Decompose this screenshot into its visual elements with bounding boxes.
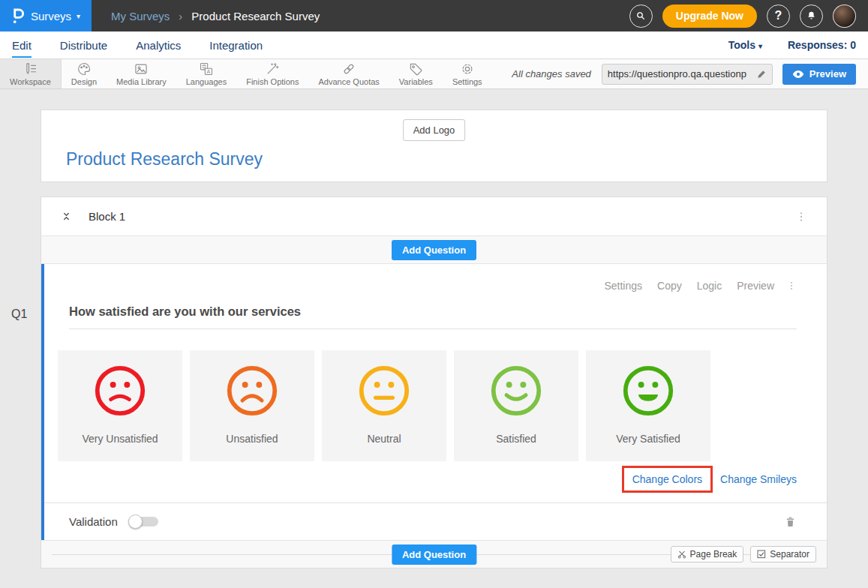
survey-url-box: [602, 64, 773, 85]
scissors-icon: [677, 550, 686, 559]
toolbar-item-variables[interactable]: Variables: [389, 59, 443, 88]
toolbar-item-settings[interactable]: Settings: [443, 59, 492, 88]
preview-button[interactable]: Preview: [782, 64, 856, 85]
bell-icon: [806, 10, 817, 22]
validation-toggle[interactable]: [128, 514, 158, 529]
section-tabs: Edit Distribute Analytics Integration To…: [0, 32, 868, 59]
question-menu-button[interactable]: [786, 280, 797, 292]
toolbar-item-label: Settings: [452, 77, 482, 86]
toolbar-item-label: Workspace: [10, 77, 51, 86]
magic-wand-icon: [265, 62, 280, 76]
option-label: Satisfied: [496, 433, 536, 445]
neutral-smiley-icon: [357, 364, 411, 421]
question-copy-link[interactable]: Copy: [657, 280, 682, 292]
chevron-down-icon: ▾: [758, 42, 762, 50]
avatar[interactable]: [833, 4, 856, 28]
breadcrumb-chevron-icon: ›: [179, 10, 182, 22]
svg-text:A: A: [206, 69, 210, 75]
change-links-row: Change Colors Change Smileys: [44, 466, 797, 493]
question-logic-link[interactable]: Logic: [697, 280, 722, 292]
toolbar-item-label: Media Library: [116, 77, 167, 86]
toolbar-item-media-library[interactable]: Media Library: [107, 59, 176, 88]
help-button[interactable]: ?: [767, 4, 790, 28]
workspace-icon: [23, 62, 38, 76]
annotation-highlight-box: Change Colors: [622, 466, 713, 493]
gear-icon: [460, 62, 475, 76]
questionpro-logo-icon: [11, 8, 24, 24]
add-question-strip: Add Question: [41, 236, 827, 264]
question-text[interactable]: How satisfied are you with our services: [69, 304, 797, 329]
question-card: Q1 Settings Copy Logic Preview How satis…: [41, 264, 827, 540]
block-footer: Add Question Page Break Separator: [41, 540, 827, 568]
block-title[interactable]: Block 1: [89, 210, 125, 223]
translate-icon: A: [199, 62, 214, 76]
very-satisfied-smiley-icon: [621, 364, 675, 421]
block-menu-button[interactable]: [795, 210, 807, 224]
toolbar-item-workspace[interactable]: Workspace: [0, 59, 62, 88]
question-settings-link[interactable]: Settings: [604, 280, 642, 292]
option-label: Neutral: [367, 433, 401, 445]
smiley-option-unsatisfied[interactable]: Unsatisfied: [190, 350, 314, 461]
smiley-option-neutral[interactable]: Neutral: [322, 350, 446, 461]
block-header: Block 1: [41, 197, 827, 236]
page-break-label: Page Break: [690, 549, 737, 560]
question-mark-icon: ?: [775, 9, 782, 22]
survey-title[interactable]: Product Research Survey: [66, 149, 263, 170]
validation-label: Validation: [69, 515, 118, 528]
toolbar-item-advance-quotas[interactable]: Advance Quotas: [308, 59, 389, 88]
breadcrumb: My Surveys › Product Research Survey: [111, 10, 320, 22]
tab-edit[interactable]: Edit: [12, 32, 32, 58]
block-collapse-button[interactable]: [61, 211, 72, 222]
product-menu-label: Surveys: [31, 10, 71, 22]
kebab-menu-icon: [786, 280, 797, 292]
separator-label: Separator: [770, 549, 809, 560]
notifications-button[interactable]: [800, 4, 823, 28]
very-unsatisfied-smiley-icon: [93, 364, 147, 421]
option-label: Very Satisfied: [616, 433, 680, 445]
change-colors-link[interactable]: Change Colors: [632, 473, 702, 485]
tab-analytics[interactable]: Analytics: [136, 32, 181, 58]
smiley-options: Very Unsatisfied Unsatisfied Neutral Sat…: [58, 350, 827, 461]
responses-count: Responses: 0: [788, 39, 856, 51]
survey-url-input[interactable]: [608, 68, 756, 80]
tab-integration[interactable]: Integration: [209, 32, 263, 58]
change-smileys-link[interactable]: Change Smileys: [720, 473, 797, 485]
search-button[interactable]: [629, 4, 653, 28]
add-question-button-top[interactable]: Add Question: [392, 240, 476, 260]
page-break-button[interactable]: Page Break: [671, 546, 744, 562]
question-actions: Settings Copy Logic Preview: [44, 264, 827, 292]
edit-url-pencil-icon[interactable]: [756, 69, 767, 80]
product-switcher[interactable]: Surveys ▾: [0, 0, 92, 32]
eye-icon: [792, 70, 804, 79]
toolbar-item-languages[interactable]: A Languages: [176, 59, 236, 88]
toolbar-item-label: Design: [71, 77, 97, 86]
toolbar-item-label: Advance Quotas: [318, 77, 379, 86]
chevron-down-icon: ▾: [77, 12, 80, 20]
separator-button[interactable]: Separator: [750, 546, 816, 562]
smiley-option-very-unsatisfied[interactable]: Very Unsatisfied: [58, 350, 182, 461]
validation-row: Validation: [44, 502, 827, 540]
toolbar-item-design[interactable]: Design: [62, 59, 107, 88]
checked-box-icon: [757, 550, 766, 559]
toolbar-item-label: Languages: [186, 77, 227, 86]
tab-distribute[interactable]: Distribute: [60, 32, 107, 58]
toolbar-item-finish-options[interactable]: Finish Options: [236, 59, 308, 88]
kebab-menu-icon: [795, 210, 807, 224]
toggle-knob: [128, 514, 143, 529]
tools-dropdown[interactable]: Tools ▾: [728, 39, 762, 51]
upgrade-now-button[interactable]: Upgrade Now: [662, 4, 757, 28]
palette-icon: [77, 62, 92, 76]
add-question-button-bottom[interactable]: Add Question: [392, 544, 476, 565]
survey-header-card: Add Logo Product Research Survey: [41, 110, 827, 182]
preview-label: Preview: [809, 68, 846, 80]
trash-icon: [784, 515, 797, 529]
smiley-option-satisfied[interactable]: Satisfied: [454, 350, 578, 461]
add-logo-button[interactable]: Add Logo: [403, 119, 466, 141]
unsatisfied-smiley-icon: [225, 364, 279, 421]
question-preview-link[interactable]: Preview: [737, 280, 774, 292]
option-label: Very Unsatisfied: [82, 433, 158, 445]
satisfied-smiley-icon: [489, 364, 543, 421]
smiley-option-very-satisfied[interactable]: Very Satisfied: [586, 350, 710, 461]
breadcrumb-my-surveys[interactable]: My Surveys: [111, 10, 170, 22]
delete-question-button[interactable]: [784, 515, 797, 529]
